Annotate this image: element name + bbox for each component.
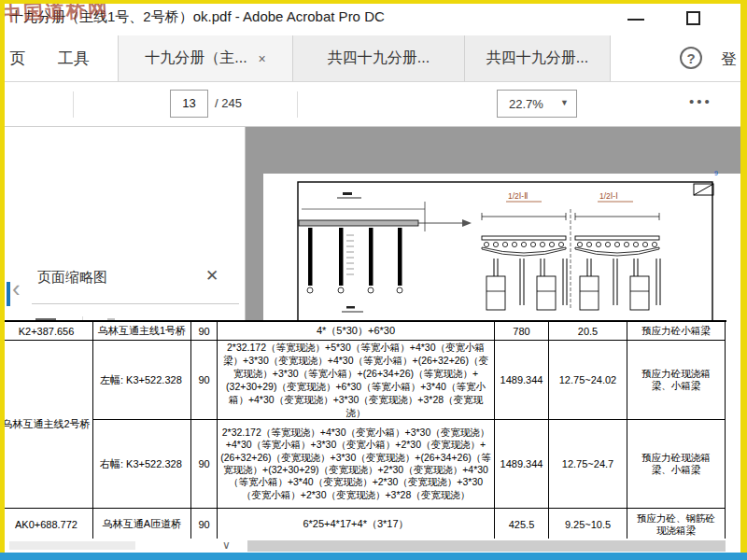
cell-type: 预应力砼小箱梁 (627, 322, 726, 341)
document-tab-active[interactable]: 十九分册（主... × (118, 35, 293, 81)
chevron-down-icon: ▼ (560, 98, 569, 107)
tab-bar: 页 工具 十九分册（主... × 共四十九分册... 共四十九分册... ? 登 (0, 35, 747, 82)
cell-type: 预应力砼现浇箱梁、小箱梁 (627, 420, 726, 509)
cell-station: AK0+688.772 (0, 509, 93, 540)
cell-load: 90 (191, 509, 218, 540)
cell-length: 1489.344 (495, 341, 549, 420)
scroll-down-icon[interactable]: ∨ (222, 539, 231, 552)
document-tab-3[interactable]: 共四十九分册... (465, 35, 611, 81)
cell-load: 90 (191, 322, 218, 341)
cell-span: 6*25+4*17+4*（3*17） (218, 509, 495, 540)
cell-load: 90 (191, 420, 218, 509)
document-canvas[interactable]: 9 1/2Ⅰ-Ⅱ (246, 127, 747, 322)
minimize-button[interactable] (627, 19, 644, 21)
cell-station: 右幅: K3+522.328 (93, 420, 191, 509)
document-tab-label: 共四十九分册... (486, 49, 588, 68)
page-number-input[interactable]: 13 (170, 90, 208, 118)
document-hscrollbar-thumb[interactable] (247, 540, 726, 552)
cell-bridge-name: 乌林互通主线2号桥 (0, 341, 93, 509)
cell-station: K2+387.656 (0, 322, 93, 341)
zoom-level-dropdown[interactable]: 22.7% ▼ (497, 90, 577, 118)
panel-active-indicator (7, 282, 10, 306)
sign-in-button[interactable]: 登 (721, 49, 747, 70)
cell-type: 预应力砼现浇箱梁、小箱梁 (627, 341, 726, 420)
more-tools-button[interactable]: ••• (689, 93, 712, 109)
cell-bridge-name: 乌林互通A匝道桥 (93, 509, 191, 540)
maximize-button[interactable] (686, 11, 700, 25)
tab-home[interactable]: 页 (0, 35, 35, 81)
cell-length: 1489.344 (495, 420, 549, 509)
cell-width: 9.25~10.5 (549, 509, 627, 540)
document-tab-label: 共四十九分册... (328, 49, 430, 68)
cell-station: 左幅: K3+522.328 (93, 341, 191, 420)
divider (32, 303, 239, 304)
window-border-bottom (0, 553, 747, 560)
page-corner-note: 9 (714, 170, 718, 176)
help-icon[interactable]: ? (680, 47, 702, 69)
panel-collapse-icon[interactable]: ‹ (12, 274, 21, 303)
cell-length: 780 (495, 322, 549, 341)
cell-length: 425.5 (495, 509, 549, 540)
document-tab-label: 十九分册（主... (145, 49, 247, 68)
bridge-data-table: K2+387.656 乌林互通主线1号桥 90 4*（5*30）+6*30 78… (0, 320, 726, 539)
section-label: 1/2Ⅰ-Ⅰ (599, 191, 618, 201)
page-total-label: / 245 (215, 96, 242, 110)
cell-span: 2*32.172（等宽现浇）+5*30（等宽小箱）+4*30（变宽小箱梁）+3*… (218, 341, 495, 420)
panel-title: 页面缩略图 (37, 269, 107, 287)
main-toolbar: ↑ ↓ 13 / 245 − + 22.7% ▼ ••• (0, 82, 747, 127)
pdf-page-drawing: 9 1/2Ⅰ-Ⅱ (246, 127, 747, 322)
tab-close-icon[interactable]: × (259, 51, 266, 66)
close-icon[interactable]: ✕ (205, 266, 218, 286)
panel-hscrollbar[interactable] (9, 541, 135, 550)
tab-tools[interactable]: 工具 (47, 35, 101, 81)
cell-width: 20.5 (549, 322, 627, 341)
cell-bridge-name: 乌林互通主线1号桥 (93, 322, 191, 341)
cell-load: 90 (191, 341, 218, 420)
bottom-scroll-area: ∨ (0, 539, 747, 553)
cell-span: 4*（5*30）+6*30 (218, 322, 495, 341)
title-bar: 十九分册（主线1号、2号桥）ok.pdf - Adobe Acrobat Pro… (0, 0, 747, 35)
document-tab-2[interactable]: 共四十九分册... (293, 35, 465, 81)
cell-width: 12.75~24.7 (549, 420, 627, 509)
zoom-level-value: 22.7% (509, 97, 543, 111)
cell-span: 2*32.172（等宽现浇）+4*30（变宽小箱）+3*30（变宽现浇）+4*3… (218, 420, 495, 509)
cell-type: 预应力砼、钢筋砼现浇箱梁 (627, 509, 726, 540)
section-label: 1/2Ⅰ-Ⅱ (508, 191, 528, 201)
cell-width: 12.75~24.02 (549, 341, 627, 420)
